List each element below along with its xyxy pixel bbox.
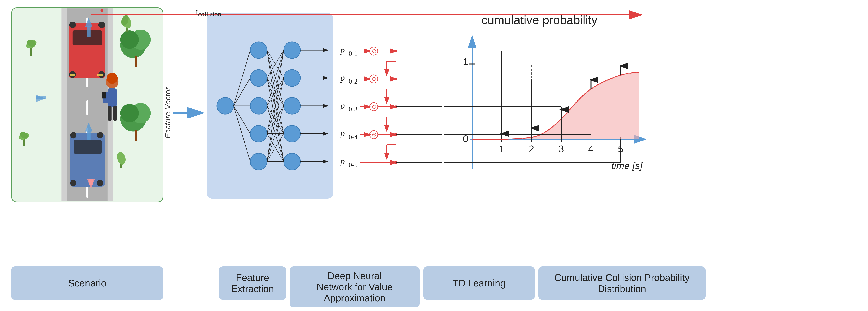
svg-point-66 [100,9,103,12]
svg-text:3: 3 [558,144,564,154]
ccpd-label: Cumulative Collision ProbabilityDistribu… [538,267,706,300]
svg-point-41 [106,73,118,84]
svg-text:2: 2 [529,144,534,154]
cumulative-probability-title: cumulative probability [482,13,597,27]
dnn-label-text: Deep NeuralNetwork for ValueApproximatio… [316,270,393,304]
svg-rect-21 [134,56,137,67]
svg-point-38 [70,180,76,186]
svg-text:⊕: ⊕ [372,103,376,110]
td-learning-svg: p 0-1 p 0-2 p 0-3 p 0-4 p 0-5 ⊕ [333,13,444,199]
svg-rect-48 [87,26,91,37]
svg-text:⊕: ⊕ [372,76,376,82]
svg-point-28 [69,22,76,28]
td-learning-text: TD Learning [453,278,505,289]
svg-point-36 [70,132,76,138]
svg-rect-54 [89,179,93,185]
svg-point-78 [284,97,301,114]
feature-vector-label: Feature Vector [163,87,172,138]
svg-point-70 [217,97,234,114]
svg-point-80 [284,153,301,170]
svg-point-77 [284,70,301,86]
svg-text:0-5: 0-5 [349,161,358,168]
svg-point-24 [120,104,139,122]
scenario-svg [12,8,163,201]
main-container: rcollision [0,0,868,311]
svg-text:⊕: ⊕ [372,131,376,137]
svg-text:⊕: ⊕ [372,48,376,54]
svg-text:4: 4 [588,144,594,154]
svg-rect-43 [108,106,112,121]
bottom-labels-row: Scenario FeatureExtraction Deep NeuralNe… [11,261,857,307]
svg-point-79 [284,125,301,142]
dnn-label: Deep NeuralNetwork for ValueApproximatio… [290,267,420,307]
svg-text:p: p [340,156,345,166]
svg-rect-44 [114,106,117,121]
svg-point-71 [250,42,267,59]
svg-rect-12 [86,100,88,115]
svg-point-20 [120,30,139,49]
svg-rect-32 [70,74,75,76]
scenario-label-text: Scenario [68,278,106,289]
chart-section: cumulative probability [444,13,857,199]
ccpd-label-text: Cumulative Collision ProbabilityDistribu… [554,272,689,294]
dnn-box [207,13,333,199]
top-section: Feature Vector [11,7,857,261]
svg-rect-35 [74,140,102,154]
r-subscript: collision [198,10,221,18]
svg-rect-52 [36,96,46,99]
svg-text:time [s]: time [s] [611,160,643,171]
dnn-network-svg [207,13,333,199]
svg-point-29 [98,22,105,28]
svg-point-39 [97,180,103,186]
svg-text:0-3: 0-3 [349,105,358,113]
chart-svg: 0 1 1 2 3 4 5 [444,28,667,214]
svg-rect-50 [87,131,91,140]
td-section: p 0-1 p 0-2 p 0-3 p 0-4 p 0-5 ⊕ [333,13,444,199]
feature-extraction-text: FeatureExtraction [231,272,274,294]
svg-text:1: 1 [463,56,468,67]
svg-point-74 [250,125,267,142]
svg-text:p: p [340,73,345,83]
svg-point-76 [284,42,301,59]
feature-vector-arrow-section: Feature Vector [163,87,207,138]
feature-extraction-label: FeatureExtraction [219,267,286,300]
td-learning-label: TD Learning [423,267,535,300]
svg-point-37 [97,132,103,138]
svg-point-73 [250,97,267,114]
svg-rect-42 [107,88,117,107]
svg-text:0-1: 0-1 [349,50,358,57]
svg-text:p: p [340,45,345,55]
scenario-box [11,7,163,203]
svg-rect-33 [97,74,103,76]
svg-text:p: p [340,101,345,111]
r-label: r [195,6,198,16]
svg-point-72 [250,70,267,86]
svg-rect-16 [61,8,67,201]
feature-vector-arrow [173,107,207,119]
svg-text:1: 1 [499,144,504,154]
scenario-label: Scenario [11,267,163,300]
svg-text:0-4: 0-4 [349,133,358,141]
svg-rect-46 [102,92,106,99]
svg-text:0-2: 0-2 [349,77,358,85]
svg-text:p: p [340,128,345,138]
r-collision-label: rcollision [195,6,221,18]
svg-rect-25 [134,130,137,141]
svg-point-75 [250,153,267,170]
